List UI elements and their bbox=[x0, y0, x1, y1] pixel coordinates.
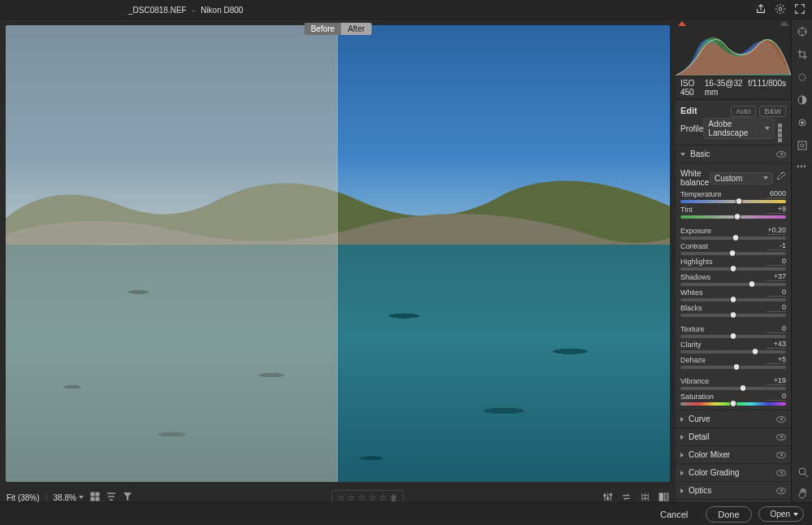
star-icon[interactable]: ☆ bbox=[348, 492, 356, 503]
document-title: _DSC0818.NEF - Nikon D800 bbox=[128, 5, 243, 15]
hand-tool-icon[interactable] bbox=[797, 488, 809, 501]
star-icon[interactable]: ☆ bbox=[337, 492, 345, 503]
filter-funnel-icon[interactable] bbox=[123, 492, 132, 503]
slider-vibrance[interactable]: Vibrance+19 bbox=[680, 376, 786, 390]
chevron-down-icon bbox=[680, 153, 685, 156]
basic-panel-header[interactable]: Basic bbox=[676, 145, 791, 163]
exif-iso: ISO 450 bbox=[680, 79, 705, 97]
trash-icon[interactable]: 🗑 bbox=[390, 493, 398, 502]
slider-highlights[interactable]: Highlights0 bbox=[680, 257, 786, 271]
visibility-eye-icon[interactable] bbox=[776, 488, 786, 494]
done-button[interactable]: Done bbox=[706, 506, 751, 523]
before-after-toggle[interactable]: Before After bbox=[304, 23, 372, 35]
panel-optics[interactable]: Optics bbox=[676, 482, 791, 500]
heal-brush-icon[interactable] bbox=[797, 72, 808, 85]
exif-bar: ISO 450 16-35@32 mm f/11 1/800s bbox=[676, 76, 791, 100]
slider-blacks[interactable]: Blacks0 bbox=[680, 303, 786, 317]
photo-preview bbox=[6, 25, 670, 482]
svg-rect-8 bbox=[659, 492, 663, 500]
before-overlay bbox=[6, 25, 338, 482]
bw-button[interactable]: B&W bbox=[759, 106, 786, 117]
svg-point-0 bbox=[779, 7, 782, 11]
visibility-eye-icon[interactable] bbox=[776, 151, 786, 158]
edit-sliders-icon[interactable] bbox=[797, 26, 808, 39]
panel-detail[interactable]: Detail bbox=[676, 428, 791, 446]
svg-point-7 bbox=[610, 493, 612, 496]
star-icon[interactable]: ☆ bbox=[358, 492, 366, 503]
more-tools-icon[interactable]: ••• bbox=[797, 163, 806, 171]
star-icon[interactable]: ☆ bbox=[369, 492, 377, 503]
svg-point-6 bbox=[607, 497, 609, 499]
visibility-eye-icon[interactable] bbox=[776, 452, 786, 458]
visibility-eye-icon[interactable] bbox=[776, 470, 786, 476]
slider-clarity[interactable]: Clarity+43 bbox=[680, 340, 786, 354]
panel-color grading[interactable]: Color Grading bbox=[676, 464, 791, 482]
mask-icon[interactable] bbox=[797, 94, 808, 107]
camera-model: Nikon D800 bbox=[201, 6, 243, 15]
settings-gear-icon[interactable] bbox=[775, 3, 786, 16]
star-icon[interactable]: ☆ bbox=[379, 492, 387, 503]
edit-panel-title: Edit bbox=[680, 106, 698, 115]
panel-curve[interactable]: Curve bbox=[676, 410, 791, 428]
share-icon[interactable] bbox=[755, 3, 767, 16]
chevron-right-icon bbox=[680, 435, 684, 440]
open-button[interactable]: Open bbox=[758, 506, 804, 522]
svg-point-5 bbox=[603, 494, 606, 497]
slider-shadows[interactable]: Shadows+37 bbox=[680, 272, 786, 286]
svg-rect-3 bbox=[91, 497, 94, 501]
exif-shutter: 1/800s bbox=[762, 79, 786, 97]
cancel-button[interactable]: Cancel bbox=[649, 507, 699, 522]
svg-rect-15 bbox=[798, 141, 806, 150]
visibility-eye-icon[interactable] bbox=[776, 416, 786, 423]
histogram[interactable] bbox=[676, 20, 791, 76]
zoom-fit-dropdown[interactable]: Fit (38%) bbox=[6, 493, 40, 502]
svg-point-16 bbox=[801, 144, 804, 147]
zoom-tool-icon[interactable] bbox=[797, 466, 809, 479]
svg-point-11 bbox=[799, 74, 806, 80]
slider-dehaze[interactable]: Dehaze+5 bbox=[680, 355, 786, 369]
chevron-right-icon bbox=[680, 453, 684, 458]
chevron-right-icon bbox=[680, 417, 684, 422]
crop-icon[interactable] bbox=[797, 49, 808, 62]
svg-rect-4 bbox=[96, 497, 99, 501]
before-tab[interactable]: Before bbox=[304, 23, 341, 35]
grid-icon[interactable] bbox=[90, 492, 100, 503]
slider-contrast[interactable]: Contrast-1 bbox=[680, 241, 786, 255]
svg-point-14 bbox=[801, 122, 803, 124]
white-balance-select[interactable]: Custom bbox=[710, 172, 773, 184]
slider-exposure[interactable]: Exposure+0.20 bbox=[680, 226, 786, 240]
svg-rect-1 bbox=[91, 492, 94, 496]
after-tab[interactable]: After bbox=[341, 23, 371, 35]
svg-rect-2 bbox=[96, 492, 99, 496]
chevron-right-icon bbox=[680, 488, 684, 493]
chevron-right-icon bbox=[680, 471, 684, 475]
redeye-icon[interactable] bbox=[797, 117, 808, 130]
auto-button[interactable]: Auto bbox=[731, 106, 756, 117]
tool-strip: ••• bbox=[791, 20, 812, 525]
title-separator: - bbox=[192, 6, 195, 15]
slider-temperature[interactable]: Temperature6000 bbox=[680, 189, 786, 203]
visibility-eye-icon[interactable] bbox=[776, 434, 786, 440]
white-balance-label: White balance bbox=[680, 169, 710, 187]
exif-lens: 16-35@32 mm bbox=[705, 79, 749, 97]
slider-saturation[interactable]: Saturation0 bbox=[680, 392, 786, 406]
profile-label: Profile bbox=[680, 124, 703, 133]
eyedropper-icon[interactable] bbox=[776, 172, 786, 184]
fullscreen-icon[interactable] bbox=[794, 3, 806, 16]
panel-color mixer[interactable]: Color Mixer bbox=[676, 446, 791, 464]
zoom-percent-dropdown[interactable]: 38.8% bbox=[54, 493, 84, 502]
filter-list-icon[interactable] bbox=[106, 492, 116, 503]
image-canvas[interactable]: Before After bbox=[0, 20, 676, 488]
file-name: _DSC0818.NEF bbox=[128, 6, 187, 15]
slider-texture[interactable]: Texture0 bbox=[680, 324, 786, 338]
profile-select[interactable]: Adobe Landscape bbox=[703, 118, 774, 139]
presets-icon[interactable] bbox=[797, 140, 808, 153]
slider-tint[interactable]: Tint+8 bbox=[680, 205, 786, 219]
slider-whites[interactable]: Whites0 bbox=[680, 288, 786, 302]
profile-browser-icon[interactable] bbox=[778, 124, 786, 133]
svg-point-17 bbox=[799, 468, 806, 475]
exif-aperture: f/11 bbox=[748, 79, 762, 97]
svg-rect-9 bbox=[664, 492, 668, 500]
